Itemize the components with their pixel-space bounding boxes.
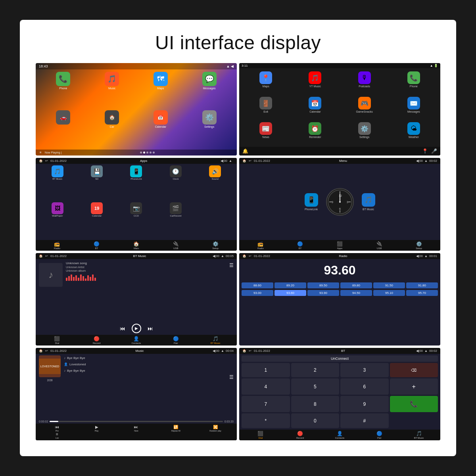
s3-sound[interactable]: 🔊 Sound	[196, 165, 234, 202]
s2-maps[interactable]: 📍 Maps	[242, 70, 290, 94]
s8-back-btn[interactable]: ↩	[249, 349, 251, 353]
num-hash[interactable]: #	[340, 413, 389, 428]
preset-8920[interactable]: 89.20	[274, 282, 306, 288]
s5-back-btn[interactable]: ↩	[45, 254, 48, 258]
s7-progress-bar[interactable]	[50, 421, 223, 422]
preset-9390[interactable]: 93.90	[307, 290, 339, 296]
s1-icon-car[interactable]: 🏠 Car	[88, 110, 136, 147]
s3-bottom-usb[interactable]: 🔌 USB	[156, 241, 196, 250]
s7-track-2[interactable]: 👤 Lovestoned	[64, 362, 234, 367]
s7-repeat-btn[interactable]: 🔁 Repeat All	[156, 425, 196, 432]
s7-pre-btn[interactable]: ⏮ Pre	[37, 425, 77, 432]
preset-9510[interactable]: 95.10	[373, 290, 405, 296]
s5-prev-btn[interactable]: ⏮	[120, 325, 125, 332]
s4-btmusic[interactable]: 🎵 BT Music	[362, 193, 375, 211]
num-2[interactable]: 2	[291, 363, 340, 378]
s8-bottom-contacts[interactable]: 👤 Contacts	[320, 431, 360, 439]
s4-phonelink[interactable]: 📱 PhoneLink	[305, 193, 318, 211]
s3-calendar[interactable]: 19 Calendar	[77, 202, 116, 238]
s5-bottom-pair[interactable]: 🔵 Pair	[156, 336, 196, 344]
preset-9360[interactable]: 93.60	[274, 290, 306, 296]
num-3[interactable]: 3	[340, 363, 389, 378]
s1-icon-messages[interactable]: 💬 Messages	[186, 72, 233, 109]
num-star[interactable]: *	[242, 413, 290, 428]
s3-clock[interactable]: 🕐 Clock	[156, 165, 195, 202]
s2-settings[interactable]: ⚙️ Settings	[340, 121, 389, 145]
s7-track-3[interactable]: ♪ Bye Bye Bye	[64, 368, 234, 373]
s5-play-btn[interactable]: ▶	[132, 324, 141, 333]
s1-icon-music[interactable]: 🎵 Music	[88, 72, 136, 109]
s2-ytmusic[interactable]: 🎵 YT Music	[291, 70, 339, 94]
preset-9150[interactable]: 91.50	[373, 282, 405, 288]
s3-bottom-bt[interactable]: 🔵 BT	[77, 241, 117, 250]
preset-8860[interactable]: 88.60	[242, 282, 273, 288]
s2-news[interactable]: 📰 News	[242, 121, 290, 145]
s2-location-icon[interactable]: 📍	[422, 148, 428, 154]
s5-menu-icon[interactable]: ☰	[229, 263, 234, 268]
s2-messages[interactable]: ✉️ Messages	[390, 95, 438, 120]
s2-exit[interactable]: 🚪 Exit	[242, 95, 290, 120]
s3-back-btn[interactable]: ↩	[45, 159, 48, 163]
s3-wallpaper[interactable]: 🖼 WallPaper	[38, 202, 77, 238]
s7-home-btn[interactable]: 🏠	[39, 349, 43, 353]
s7-track-1[interactable]: ♪ Bye Bye Bye	[64, 355, 234, 361]
s4-bottom-apps[interactable]: ⬛ Apps	[320, 241, 360, 250]
s2-gamesnacks[interactable]: 🎮 GameSnacks	[340, 95, 389, 120]
s7-random-btn[interactable]: 🔀 Random play	[196, 425, 235, 432]
s1-icon-maps[interactable]: 🗺 Maps	[137, 72, 184, 109]
num-5[interactable]: 5	[291, 378, 340, 395]
num-0[interactable]: 0	[291, 413, 340, 428]
s2-weather[interactable]: 🌤 Weather	[390, 121, 438, 145]
s2-calendar[interactable]: 📅 Calendar	[291, 95, 339, 120]
num-plus[interactable]: +	[390, 378, 438, 395]
num-call[interactable]: 📞	[390, 396, 438, 413]
preset-8980[interactable]: 89.80	[340, 282, 372, 288]
s3-ccd[interactable]: 📷 CCD	[117, 202, 155, 238]
s5-bottom-dial[interactable]: ⬛ Dial	[37, 336, 77, 344]
s4-bottom-radio[interactable]: 📻 Radio	[241, 241, 280, 250]
s5-bottom-record[interactable]: 🔴 Record	[77, 336, 117, 344]
s8-bottom-dial[interactable]: ⬛ Dial	[241, 431, 280, 439]
s2-mic-icon[interactable]: 🔔	[242, 148, 248, 154]
preset-8950[interactable]: 89.50	[307, 282, 339, 288]
s1-icon-phone[interactable]: 📞 Phone	[40, 72, 87, 109]
s3-home-btn[interactable]: 🏠	[39, 159, 43, 163]
s7-back-btn[interactable]: ↩	[45, 349, 48, 353]
preset-9180[interactable]: 91.80	[406, 282, 438, 288]
s5-home-btn[interactable]: 🏠	[39, 254, 43, 258]
num-7[interactable]: 7	[242, 396, 290, 413]
s2-podcasts[interactable]: 🎙 Podcasts	[340, 70, 389, 94]
s4-bottom-bt[interactable]: 🔵 BT	[280, 241, 320, 250]
s4-bottom-usb[interactable]: 🔌 USB	[359, 241, 399, 250]
s3-carrecord[interactable]: 🎬 CarRecord	[156, 202, 195, 238]
s8-bottom-record[interactable]: 🔴 Record	[280, 431, 320, 439]
s1-icon-carplay[interactable]: 🚗	[40, 110, 87, 147]
num-9[interactable]: 9	[340, 396, 389, 413]
preset-9300[interactable]: 93.00	[242, 290, 273, 296]
s5-bottom-btmusic[interactable]: 🎵 BT Music	[196, 336, 235, 344]
s3-bottom-radio[interactable]: 📻 Radio	[37, 241, 77, 250]
num-6[interactable]: 6	[340, 378, 389, 395]
s3-btmusic[interactable]: 🎵 BT Music	[38, 165, 77, 202]
s8-bottom-btmusic[interactable]: 🎵 BT Music	[399, 431, 439, 439]
s8-bottom-pair[interactable]: 🔵 Pair	[359, 431, 399, 439]
preset-9570[interactable]: 95.70	[406, 290, 438, 296]
num-1[interactable]: 1	[242, 363, 290, 378]
num-del[interactable]: ⌫	[390, 363, 438, 378]
s3-bottom-setup[interactable]: ⚙️ Setup	[196, 241, 235, 250]
s7-menu-btn[interactable]: ☰	[229, 374, 234, 380]
s5-next-btn[interactable]: ⏭	[148, 325, 153, 332]
s6-home-btn[interactable]: 🏠	[242, 254, 246, 258]
preset-9450[interactable]: 94.50	[340, 290, 372, 296]
num-4[interactable]: 4	[242, 378, 290, 395]
s7-list-btn[interactable]: ≡ List	[37, 432, 77, 439]
s1-icon-calendar[interactable]: 📅 Calendar	[137, 110, 184, 147]
s1-icon-settings[interactable]: ⚙️ Settings	[186, 110, 233, 147]
s3-sd[interactable]: 💾 SD	[77, 165, 116, 202]
s3-phonelink[interactable]: 📱 PhoneLink	[117, 165, 155, 202]
s4-bottom-setup[interactable]: ⚙️ Setup	[399, 241, 439, 250]
s3-bottom-main[interactable]: 🏠 Main	[117, 241, 156, 250]
num-8[interactable]: 8	[291, 396, 340, 413]
s7-next-btn[interactable]: ⏭ Next	[117, 425, 156, 432]
s4-home-btn[interactable]: 🏠	[242, 159, 246, 163]
